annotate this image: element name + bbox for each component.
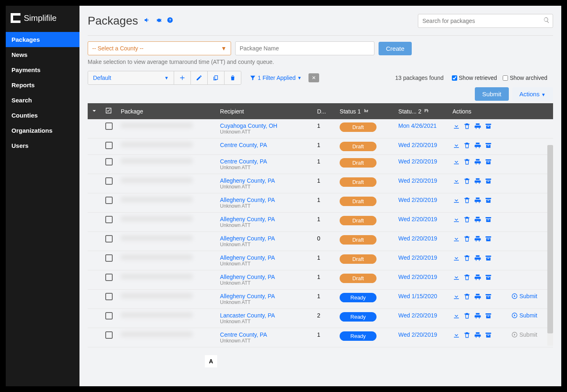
status-date[interactable]: Wed 2/20/2019	[398, 254, 437, 261]
col-select-all[interactable]	[102, 103, 117, 119]
archive-icon[interactable]	[485, 197, 492, 206]
filter-applied[interactable]: 1 Filter Applied ▼	[245, 75, 306, 81]
trash-icon[interactable]	[463, 177, 471, 186]
status-date[interactable]: Mon 4/26/2021	[398, 122, 436, 129]
recipient-link[interactable]: Allegheny County, PA	[220, 177, 311, 184]
status-date[interactable]: Wed 2/20/2019	[398, 142, 437, 148]
recipient-link[interactable]: Centre County, PA	[220, 142, 311, 148]
row-submit-link[interactable]: Submit	[511, 331, 538, 338]
print-icon[interactable]	[474, 235, 481, 244]
recipient-link[interactable]: Allegheny County, PA	[220, 216, 311, 222]
create-button[interactable]: Create	[379, 42, 412, 55]
archive-icon[interactable]	[485, 331, 492, 340]
print-icon[interactable]	[474, 216, 481, 225]
actions-dropdown[interactable]: Actions ▼	[512, 87, 553, 101]
nav-item-search[interactable]: Search	[6, 93, 79, 108]
status-date[interactable]: Wed 2/20/2019	[398, 312, 437, 319]
recipient-link[interactable]: Allegheny County, PA	[220, 293, 311, 299]
search-icon[interactable]	[543, 17, 550, 25]
show-retrieved-checkbox[interactable]: Show retrieved	[452, 75, 497, 81]
trash-icon[interactable]	[463, 142, 471, 151]
nav-item-counties[interactable]: Counties	[6, 108, 79, 123]
status-date[interactable]: Wed 1/15/2020	[398, 293, 437, 299]
trash-icon[interactable]	[463, 274, 471, 283]
row-submit-link[interactable]: Submit	[511, 312, 538, 319]
copy-button[interactable]	[208, 71, 225, 84]
nav-item-packages[interactable]: Packages	[6, 32, 79, 47]
download-icon[interactable]	[453, 312, 460, 321]
row-checkbox[interactable]	[105, 216, 113, 223]
col-d[interactable]: D...	[314, 103, 336, 119]
col-status[interactable]: Status 1	[336, 103, 395, 119]
print-icon[interactable]	[474, 197, 481, 206]
download-icon[interactable]	[453, 177, 460, 186]
nav-item-users[interactable]: Users	[6, 138, 79, 153]
show-archived-checkbox[interactable]: Show archived	[503, 75, 547, 81]
row-checkbox[interactable]	[105, 158, 113, 165]
print-icon[interactable]	[474, 293, 481, 302]
view-selector[interactable]: Default ▼	[88, 71, 174, 84]
archive-icon[interactable]	[485, 216, 492, 225]
archive-icon[interactable]	[485, 158, 492, 167]
status-date[interactable]: Wed 2/20/2019	[398, 235, 437, 242]
print-icon[interactable]	[474, 312, 481, 321]
row-checkbox[interactable]	[105, 177, 113, 185]
trash-icon[interactable]	[463, 235, 471, 244]
trash-icon[interactable]	[463, 312, 471, 321]
edit-button[interactable]	[191, 71, 208, 84]
print-icon[interactable]	[474, 331, 481, 340]
print-icon[interactable]	[474, 274, 481, 283]
download-icon[interactable]	[453, 122, 460, 131]
nav-item-payments[interactable]: Payments	[6, 62, 79, 77]
row-checkbox[interactable]	[105, 312, 113, 319]
status-date[interactable]: Wed 2/20/2019	[398, 216, 437, 222]
download-icon[interactable]	[453, 235, 460, 244]
print-icon[interactable]	[474, 254, 481, 263]
gear-icon[interactable]	[155, 17, 162, 25]
scrollbar[interactable]	[547, 145, 553, 346]
county-select[interactable]: -- Select a County -- ▼	[88, 41, 231, 55]
recipient-link[interactable]: Cuyahoga County, OH	[220, 122, 311, 129]
add-button[interactable]	[174, 71, 191, 84]
package-name-input[interactable]	[235, 41, 374, 55]
print-icon[interactable]	[474, 177, 481, 186]
archive-icon[interactable]	[485, 235, 492, 244]
row-checkbox[interactable]	[105, 122, 113, 130]
download-icon[interactable]	[453, 142, 460, 151]
recipient-link[interactable]: Centre County, PA	[220, 158, 311, 165]
recipient-link[interactable]: Allegheny County, PA	[220, 197, 311, 203]
download-icon[interactable]	[453, 293, 460, 302]
trash-icon[interactable]	[463, 122, 471, 131]
submit-button[interactable]: Submit	[475, 87, 509, 101]
recipient-link[interactable]: Lancaster County, PA	[220, 312, 311, 319]
recipient-link[interactable]: Allegheny County, PA	[220, 274, 311, 280]
row-checkbox[interactable]	[105, 331, 113, 339]
row-checkbox[interactable]	[105, 274, 113, 281]
status-date[interactable]: Wed 2/20/2019	[398, 197, 437, 203]
download-icon[interactable]	[453, 331, 460, 340]
print-icon[interactable]	[474, 158, 481, 167]
download-icon[interactable]	[453, 216, 460, 225]
col-actions[interactable]: Actions	[449, 103, 508, 119]
nav-item-organizations[interactable]: Organizations	[6, 123, 79, 138]
trash-icon[interactable]	[463, 158, 471, 167]
archive-icon[interactable]	[485, 142, 492, 151]
help-icon[interactable]: ?	[167, 17, 173, 25]
print-icon[interactable]	[474, 122, 481, 131]
volume-icon[interactable]	[144, 17, 150, 25]
download-icon[interactable]	[453, 254, 460, 263]
recipient-link[interactable]: Allegheny County, PA	[220, 235, 311, 242]
row-checkbox[interactable]	[105, 142, 113, 149]
status-date[interactable]: Wed 2/20/2019	[398, 158, 437, 165]
col-recipient[interactable]: Recipient	[217, 103, 314, 119]
status-date[interactable]: Wed 2/20/2019	[398, 177, 437, 184]
trash-icon[interactable]	[463, 197, 471, 206]
download-icon[interactable]	[453, 158, 460, 167]
row-checkbox[interactable]	[105, 293, 113, 300]
delete-button[interactable]	[225, 71, 241, 84]
row-checkbox[interactable]	[105, 197, 113, 204]
nav-item-news[interactable]: News	[6, 47, 79, 62]
clear-filter-button[interactable]: ✕	[308, 73, 319, 82]
nav-item-reports[interactable]: Reports	[6, 77, 79, 93]
archive-icon[interactable]	[485, 274, 492, 283]
